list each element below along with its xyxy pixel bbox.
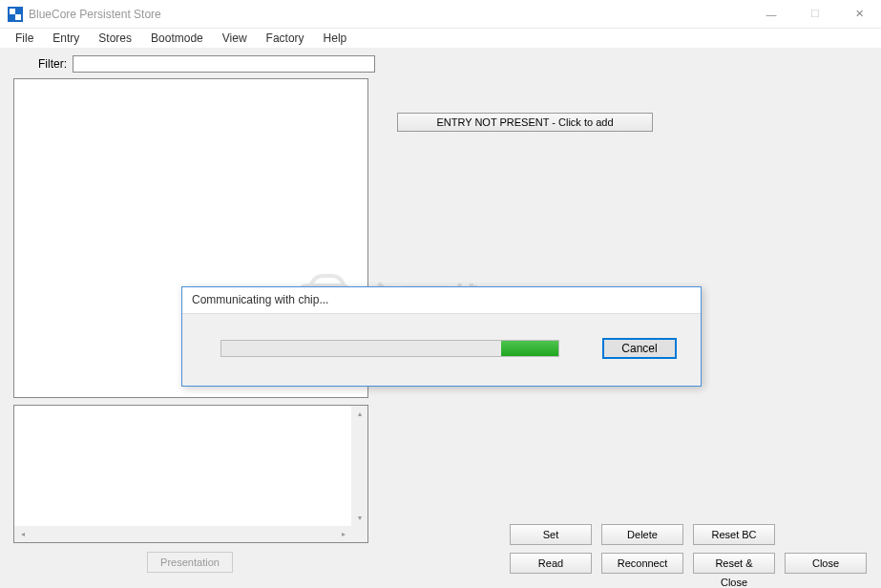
menu-view[interactable]: View bbox=[215, 30, 255, 47]
filter-row: Filter: bbox=[38, 55, 375, 73]
horizontal-scrollbar[interactable]: ◂ ▸ bbox=[14, 526, 351, 542]
reset-close-button[interactable]: Reset & Close bbox=[693, 553, 775, 574]
scroll-left-icon[interactable]: ◂ bbox=[14, 526, 31, 542]
menu-help[interactable]: Help bbox=[316, 30, 355, 47]
maximize-button[interactable]: ☐ bbox=[793, 0, 837, 29]
cancel-button[interactable]: Cancel bbox=[602, 338, 677, 359]
dialog-title: Communicating with chip... bbox=[182, 287, 701, 314]
read-button[interactable]: Read bbox=[510, 553, 592, 574]
progress-bar bbox=[220, 340, 559, 357]
menubar: File Entry Stores Bootmode View Factory … bbox=[0, 29, 881, 48]
menu-stores[interactable]: Stores bbox=[91, 30, 139, 47]
close-button[interactable]: Close bbox=[785, 553, 867, 574]
minimize-button[interactable]: — bbox=[749, 0, 793, 29]
menu-factory[interactable]: Factory bbox=[259, 30, 312, 47]
set-button[interactable]: Set bbox=[510, 524, 592, 545]
content-area: Filter: ENTRY NOT PRESENT - Click to add… bbox=[0, 48, 881, 588]
menu-bootmode[interactable]: Bootmode bbox=[143, 30, 211, 47]
close-window-button[interactable]: ✕ bbox=[837, 0, 881, 29]
progress-dialog: Communicating with chip... Cancel bbox=[181, 286, 702, 387]
scroll-up-icon[interactable]: ▴ bbox=[351, 406, 367, 422]
delete-button[interactable]: Delete bbox=[601, 524, 683, 545]
menu-file[interactable]: File bbox=[8, 30, 41, 47]
window-controls: — ☐ ✕ bbox=[749, 0, 881, 29]
reconnect-button[interactable]: Reconnect bbox=[601, 553, 683, 574]
progress-fill bbox=[501, 341, 558, 356]
detail-box[interactable]: ▴ ▾ ◂ ▸ bbox=[13, 405, 368, 543]
scroll-down-icon[interactable]: ▾ bbox=[351, 510, 367, 526]
vertical-scrollbar[interactable]: ▴ ▾ bbox=[351, 406, 367, 542]
scroll-right-icon[interactable]: ▸ bbox=[335, 526, 351, 542]
app-icon bbox=[8, 7, 23, 22]
entry-not-present-button[interactable]: ENTRY NOT PRESENT - Click to add bbox=[397, 113, 653, 132]
filter-label: Filter: bbox=[38, 57, 67, 71]
menu-entry[interactable]: Entry bbox=[45, 30, 87, 47]
window-title: BlueCore Persistent Store bbox=[29, 8, 749, 21]
presentation-button: Presentation bbox=[147, 552, 233, 573]
reset-bc-button[interactable]: Reset BC bbox=[693, 524, 775, 545]
filter-input[interactable] bbox=[73, 55, 375, 73]
titlebar: BlueCore Persistent Store — ☐ ✕ bbox=[0, 0, 881, 29]
bottom-buttons: Set Delete Reset BC Read Reconnect Reset… bbox=[510, 524, 867, 574]
